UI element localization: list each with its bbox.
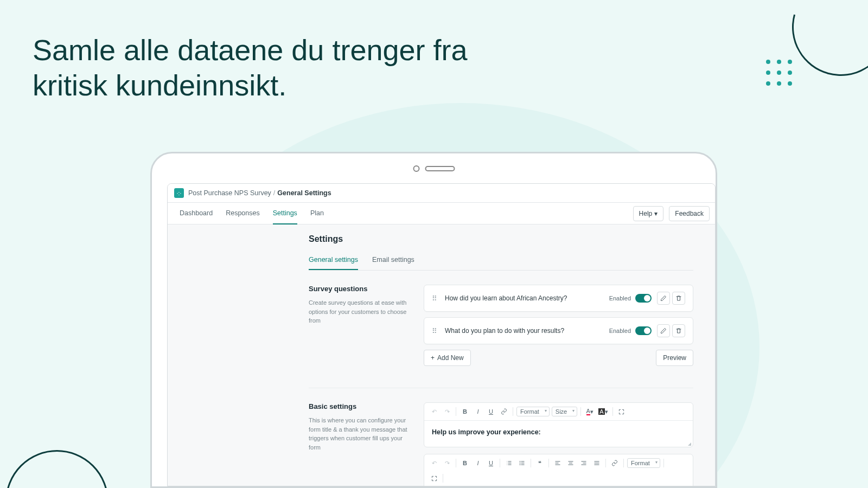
- fullscreen-icon: [618, 409, 624, 415]
- enabled-label: Enabled: [609, 328, 631, 334]
- add-new-button[interactable]: + Add New: [424, 350, 471, 366]
- app-logo-icon: ·:·: [174, 188, 184, 198]
- title-editor: ↶ ↷ B I U Format Size: [424, 402, 693, 447]
- help-label: Help: [639, 210, 653, 217]
- edit-button[interactable]: [657, 292, 670, 305]
- redo-button[interactable]: ↷: [442, 406, 452, 417]
- svg-point-1: [520, 463, 520, 464]
- link-icon: [611, 460, 618, 466]
- basic-section-desc: This is where you can configure your for…: [309, 416, 412, 452]
- svg-point-0: [520, 461, 520, 462]
- underline-button[interactable]: U: [486, 406, 496, 417]
- link-button[interactable]: [609, 458, 620, 468]
- undo-button[interactable]: ↶: [429, 458, 439, 468]
- decorative-dots: [766, 60, 792, 86]
- trash-icon: [675, 328, 682, 334]
- svg-point-2: [520, 465, 520, 465]
- undo-button[interactable]: ↶: [429, 406, 439, 417]
- add-new-label: Add New: [437, 354, 464, 362]
- topnav-settings[interactable]: Settings: [273, 203, 297, 224]
- align-left-button[interactable]: [552, 458, 563, 468]
- enable-toggle[interactable]: [635, 326, 652, 335]
- tablet-notch: [413, 165, 455, 172]
- app-header: ·:· Post Purchase NPS Survey / General S…: [168, 184, 715, 203]
- survey-section-title: Survey questions: [309, 285, 412, 293]
- tablet-speaker-icon: [425, 166, 455, 171]
- pencil-icon: [660, 328, 667, 334]
- align-center-button[interactable]: [565, 458, 576, 468]
- question-card: ⠿ What do you plan to do with your resul…: [424, 317, 693, 344]
- trash-icon: [675, 295, 682, 301]
- bold-button[interactable]: B: [459, 406, 470, 417]
- enable-toggle[interactable]: [635, 294, 652, 303]
- feedback-label: Feedback: [675, 210, 704, 217]
- editor-toolbar: ↶ ↷ B I U Format Size: [424, 403, 693, 421]
- link-button[interactable]: [499, 406, 509, 417]
- underline-button[interactable]: U: [486, 458, 496, 468]
- redo-button[interactable]: ↷: [442, 458, 452, 468]
- align-right-button[interactable]: [578, 458, 589, 468]
- bold-button[interactable]: B: [459, 458, 470, 468]
- align-left-icon: [554, 460, 561, 466]
- resize-handle-icon[interactable]: [688, 442, 691, 446]
- align-justify-icon: [593, 460, 600, 466]
- plus-icon: +: [431, 354, 435, 362]
- bullet-list-button[interactable]: [516, 458, 527, 468]
- delete-button[interactable]: [672, 324, 685, 337]
- align-justify-button[interactable]: [591, 458, 602, 468]
- quote-button[interactable]: ❝: [534, 458, 545, 468]
- format-select[interactable]: Format: [627, 458, 660, 468]
- drag-handle-icon[interactable]: ⠿: [432, 294, 439, 303]
- fullscreen-icon: [431, 476, 437, 481]
- breadcrumb-separator: /: [273, 189, 275, 197]
- preview-label: Preview: [663, 354, 686, 362]
- preview-button[interactable]: Preview: [656, 350, 693, 366]
- pencil-icon: [660, 295, 667, 301]
- format-select[interactable]: Format: [516, 407, 550, 416]
- topnav-responses[interactable]: Responses: [226, 203, 260, 224]
- page-title: Settings: [309, 234, 693, 244]
- italic-button[interactable]: I: [473, 406, 483, 417]
- size-select[interactable]: Size: [552, 407, 577, 416]
- link-icon: [501, 408, 507, 415]
- basic-section-title: Basic settings: [309, 402, 412, 410]
- editor-toolbar: ↶ ↷ B I U: [424, 454, 693, 486]
- delete-button[interactable]: [672, 292, 685, 305]
- fullscreen-button[interactable]: [429, 473, 439, 484]
- ul-icon: [519, 460, 525, 466]
- edit-button[interactable]: [657, 324, 670, 337]
- drag-handle-icon[interactable]: ⠿: [432, 327, 439, 335]
- textcolor-button[interactable]: A ▾: [584, 406, 595, 417]
- align-right-icon: [580, 460, 587, 466]
- bgcolor-button[interactable]: A ▾: [597, 406, 609, 417]
- subtab-general[interactable]: General settings: [309, 251, 358, 270]
- subtabs: General settings Email settings: [309, 251, 693, 271]
- basic-settings-section: Basic settings This is where you can con…: [309, 402, 693, 486]
- hero-title: Samle alle dataene du trenger fra kritis…: [33, 33, 494, 103]
- topnav-dashboard[interactable]: Dashboard: [180, 203, 213, 224]
- title-editor-body[interactable]: Help us improve your experience:: [424, 421, 693, 447]
- numbered-list-button[interactable]: [503, 458, 514, 468]
- app-window: ·:· Post Purchase NPS Survey / General S…: [167, 183, 716, 486]
- breadcrumb-parent[interactable]: Post Purchase NPS Survey: [188, 189, 271, 197]
- survey-section-desc: Create survey questions at ease with opt…: [309, 298, 412, 325]
- topnav: Dashboard Responses Settings Plan Help ▾…: [168, 203, 715, 224]
- subtab-email[interactable]: Email settings: [372, 251, 414, 270]
- question-card: ⠿ How did you learn about African Ancest…: [424, 285, 693, 312]
- thankyou-editor: ↶ ↷ B I U: [424, 454, 693, 486]
- survey-questions-section: Survey questions Create survey questions…: [309, 285, 693, 388]
- topnav-plan[interactable]: Plan: [310, 203, 324, 224]
- feedback-button[interactable]: Feedback: [669, 206, 710, 221]
- chevron-down-icon: ▾: [654, 210, 658, 217]
- tablet-frame: ·:· Post Purchase NPS Survey / General S…: [150, 152, 717, 488]
- help-button[interactable]: Help ▾: [633, 206, 664, 221]
- content: Settings General settings Email settings…: [168, 224, 715, 486]
- fullscreen-button[interactable]: [616, 406, 627, 417]
- decorative-arc-bottom: [5, 450, 108, 488]
- tablet-camera-icon: [413, 165, 419, 172]
- italic-button[interactable]: I: [473, 458, 483, 468]
- breadcrumb-current: General Settings: [277, 189, 331, 197]
- enabled-label: Enabled: [609, 295, 631, 301]
- question-text: How did you learn about African Ancestry…: [445, 294, 609, 302]
- ol-icon: [506, 460, 512, 466]
